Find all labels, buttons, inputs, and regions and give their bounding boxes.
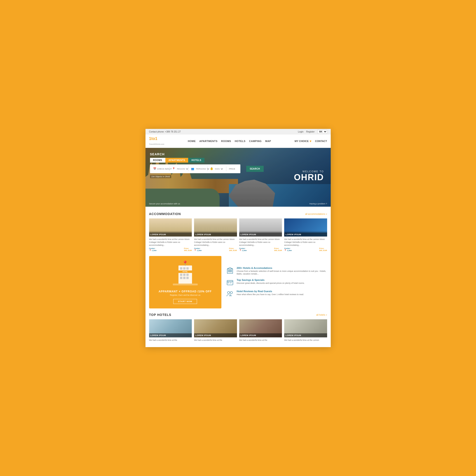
top-hotels-title: TOP HOTELS: [149, 313, 171, 317]
navbar: 1to1 Travel2Ohrid.com HOME APARTMENTS RO…: [146, 135, 331, 148]
card-meta-4: Center: 📍 1,2км Price: 300, EUR: [284, 247, 327, 252]
main-content: ACCOMMODATION all accommodations » LOREM…: [146, 207, 331, 347]
card-desc-4: We had a wonderful time at the Lemon Moo…: [284, 238, 327, 246]
svg-line-7: [227, 268, 230, 269]
hotel-image-3: LOREM IPSUM: [239, 319, 282, 337]
card-desc-2: We had a wonderful time at the Lemon Moo…: [194, 238, 237, 246]
window: [186, 277, 189, 279]
svg-point-15: [230, 292, 233, 294]
hotel-card-3[interactable]: LOREM IPSUM We had a wonderful time at t…: [239, 319, 282, 342]
feature-desc-reviews: Hear what others like you have to say. O…: [237, 293, 304, 296]
hero-bottom-right: Having a problem ?: [309, 203, 327, 205]
hotel-card-1[interactable]: LOREM IPSUM We had a wonderful time at t…: [149, 319, 192, 342]
svg-rect-3: [231, 270, 232, 271]
accommodation-card-3[interactable]: LOREM IPSUM We had a wonderful time at t…: [239, 219, 282, 252]
nav-apartments[interactable]: APARTMENTS: [199, 140, 218, 143]
feature-desc-savings: Discover great deals, discounts and spec…: [237, 282, 305, 285]
persons-select[interactable]: PERSONS: [195, 167, 210, 170]
heart-icon: ♥: [309, 139, 311, 143]
accommodation-title: ACCOMMODATION: [149, 212, 181, 216]
feature-desc-hotels: Choose from a fantastic selection of wel…: [237, 270, 327, 275]
hotel-desc-1: We had a wonderful time at the: [149, 339, 192, 342]
center-2: Center: 📍 1,2км: [194, 247, 202, 252]
contact-link[interactable]: CONTACT: [315, 140, 327, 143]
all-hotels-link[interactable]: all hotels »: [316, 314, 327, 316]
tab-hotels[interactable]: HOTELS: [188, 158, 204, 163]
feature-text-reviews: Hotel Reviews by Real Guests Hear what o…: [237, 290, 304, 296]
all-accommodations-link[interactable]: all accommodations »: [305, 213, 327, 215]
promo-subtitle: Register, Earn and be disocver us: [159, 294, 212, 296]
language-select[interactable]: MK EN: [317, 130, 327, 134]
contact-phone: Contact phone: +389 78 251 27: [149, 130, 181, 133]
calendar-icon: 📅: [153, 167, 156, 170]
window: [183, 267, 186, 270]
building-body: [178, 265, 192, 284]
feature-title-hotels: 200+ Hotels & Accomodations: [237, 267, 327, 269]
hotel-sign: HOTEL: [177, 271, 193, 273]
savings-icon: [226, 279, 234, 287]
region-field: 📍 REGION: [170, 166, 188, 171]
window: [180, 267, 182, 270]
distance-2: 📍 1,2км: [194, 249, 202, 252]
hotel-illustration: HOTEL 📍: [170, 260, 200, 285]
hotel-card-2[interactable]: LOREM IPSUM We had a wonderful time at t…: [194, 319, 237, 342]
tab-rooms[interactable]: ROOMS: [150, 158, 165, 163]
tab-apartments[interactable]: APARTMENTS: [165, 158, 188, 163]
persons-icon: 👥: [191, 167, 194, 170]
hotel-desc-4: We had a wonderful time at the Lemon: [284, 339, 327, 342]
promo-box: HOTEL 📍 APPARMANT + OFFROAD /10% OFF Reg…: [149, 256, 221, 309]
svg-rect-11: [228, 282, 229, 283]
search-button[interactable]: SEARCH: [246, 166, 264, 172]
svg-point-14: [227, 292, 230, 294]
card-meta-1: Center: 📍 1,2км Price: 300, EUR: [149, 247, 192, 252]
feature-text-savings: Top Savings & Specials Discover great de…: [237, 279, 305, 285]
svg-rect-1: [228, 270, 229, 271]
logo: 1to1 Travel2Ohrid.com: [149, 136, 165, 146]
card-meta-3: Center: 📍 1,2км Price: 300, EUR: [239, 247, 282, 252]
window: [180, 274, 182, 276]
promo-title: APPARMANT + OFFROAD /10% OFF: [159, 290, 212, 293]
feature-title-savings: Top Savings & Specials: [237, 279, 305, 281]
svg-rect-6: [231, 271, 232, 272]
platform: [173, 284, 198, 285]
top-hotels-section: TOP HOTELS all hotels » LOREM IPSUM We h…: [149, 313, 327, 342]
login-link[interactable]: Login: [298, 130, 303, 133]
accommodation-card-1[interactable]: LOREM IPSUM We had a wonderful time at t…: [149, 219, 192, 252]
hero: SEARCH ROOMS APARTMENTS HOTELS 📅 📍 REGIO…: [146, 148, 331, 207]
hotel-label-2: LOREM IPSUM: [194, 333, 237, 337]
nav-hotels[interactable]: HOTELS: [235, 140, 246, 143]
nav-camping[interactable]: CAMPING: [249, 140, 262, 143]
card-desc-1: We had a wonderful time at the Lemon Moo…: [149, 238, 192, 246]
page-wrapper: Contact phone: +389 78 251 27 Login Regi…: [146, 129, 331, 347]
hotel-image-4: LOREM IPSUM: [284, 319, 327, 337]
hotel-card-4[interactable]: LOREM IPSUM We had a wonderful time at t…: [284, 319, 327, 342]
region-select[interactable]: REGION: [176, 167, 189, 170]
price-1: Price: 300, EUR: [184, 247, 192, 252]
search-tabs: ROOMS APARTMENTS HOTELS: [150, 158, 240, 163]
feature-savings: Top Savings & Specials Discover great de…: [226, 279, 327, 287]
register-link[interactable]: Register: [306, 130, 314, 133]
features-list: 200+ Hotels & Accomodations Choose from …: [226, 267, 327, 298]
price-input[interactable]: [229, 168, 245, 170]
kids-select[interactable]: KIDS: [214, 167, 224, 170]
kids-field: 👶 KIDS: [208, 166, 226, 171]
hero-bottom: Secure your accomodation with us Having …: [149, 203, 327, 205]
nav-map[interactable]: MAP: [265, 140, 271, 143]
nav-home[interactable]: HOME: [188, 140, 196, 143]
feature-reviews: Hotel Reviews by Real Guests Hear what o…: [226, 290, 327, 298]
distance-1: 📍 1,2км: [149, 249, 156, 252]
card-image-1: LOREM IPSUM: [149, 219, 192, 237]
location-pin-icon: 📍: [182, 260, 188, 266]
center-4: Center: 📍 1,2км: [284, 247, 292, 252]
start-now-button[interactable]: START NOW: [173, 299, 197, 304]
my-choice: MY CHOICE ♥: [295, 139, 311, 143]
city-name: OHRID: [294, 173, 324, 182]
top-hotels-header: TOP HOTELS all hotels »: [149, 313, 327, 317]
my-choice-link[interactable]: MY CHOICE: [295, 140, 309, 143]
promo-features-section: HOTEL 📍 APPARMANT + OFFROAD /10% OFF Reg…: [149, 256, 327, 309]
nav-rooms[interactable]: ROOMS: [221, 140, 231, 143]
hotel-label-4: LOREM IPSUM: [284, 333, 327, 337]
accommodation-card-2[interactable]: LOREM IPSUM We had a wonderful time at t…: [194, 219, 237, 252]
accommodation-card-4[interactable]: LOREM IPSUM We had a wonderful time at t…: [284, 219, 327, 252]
hero-welcome: WELCOME TO OHRID: [294, 170, 324, 182]
